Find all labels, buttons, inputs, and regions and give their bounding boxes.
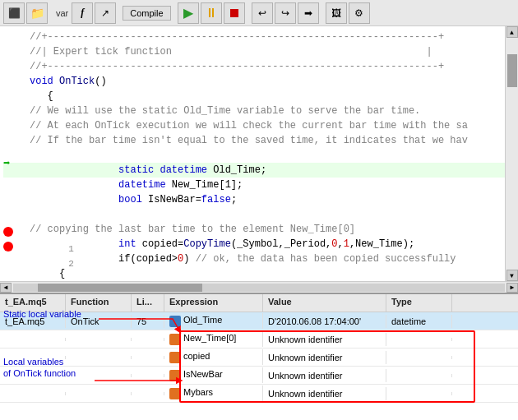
- code-line-bp2: 2 if(copied>0) // ok, the data has been …: [3, 252, 505, 266]
- watch-cell-type: datetime: [386, 315, 452, 328]
- var-label: var: [56, 8, 68, 18]
- watch-col-type: Type: [386, 294, 452, 312]
- line-code: // If the bar time isn't equal to the sa…: [26, 135, 505, 146]
- scroll-thumb[interactable]: [507, 54, 517, 87]
- watch-cell-val: Unknown identifier: [263, 351, 386, 364]
- watch-cell-file: [0, 392, 66, 395]
- watch-cell-func: [66, 338, 132, 341]
- run-button[interactable]: ▶: [178, 2, 199, 24]
- watch-cell-type: [386, 374, 452, 377]
- step-into-button[interactable]: ➡: [298, 2, 319, 24]
- compile-button[interactable]: Compile: [123, 6, 170, 21]
- toolbar-btn-var[interactable]: f: [72, 2, 93, 24]
- code-editor[interactable]: //+-------------------------------------…: [0, 26, 505, 281]
- code-line: // If the bar time isn't equal to the sa…: [3, 133, 505, 148]
- watch-cell-expr: Old_Time: [164, 313, 263, 328]
- settings-button[interactable]: ⚙: [349, 2, 370, 24]
- line-code: // We will use the static Old_Time varia…: [26, 105, 505, 117]
- line-code: //+-------------------------------------…: [26, 61, 505, 72]
- toolbar-btn-jump[interactable]: ↗: [95, 2, 116, 24]
- watch-cell-type: [386, 356, 452, 359]
- line-code: {: [26, 90, 505, 102]
- vertical-scrollbar[interactable]: ▲ ▼: [505, 26, 518, 281]
- code-line: // At each OnTick execution we will chec…: [3, 118, 505, 133]
- watch-col-line: Li...: [132, 294, 164, 312]
- line-code: void OnTick(): [26, 76, 505, 87]
- watch-cell-line: [132, 392, 164, 395]
- pause-button[interactable]: ⏸: [201, 2, 222, 24]
- watch-col-val: Value: [263, 294, 386, 312]
- toolbar-btn-new[interactable]: ⬛: [3, 2, 25, 24]
- watch-icon-blue: [169, 316, 181, 327]
- hscroll-thumb[interactable]: [38, 284, 202, 292]
- scroll-up-btn[interactable]: ▲: [506, 26, 518, 38]
- hscroll-track[interactable]: [13, 284, 505, 292]
- stop-button[interactable]: ⏹: [224, 2, 245, 24]
- line-code: [26, 209, 505, 220]
- watch-cell-line: [132, 356, 164, 359]
- scroll-down-btn[interactable]: ▼: [506, 270, 518, 281]
- toolbar-btn-open[interactable]: 📁: [26, 2, 48, 24]
- line-gutter: 2: [3, 239, 26, 279]
- code-line: // We will use the static Old_Time varia…: [3, 104, 505, 118]
- watch-cell-type: [386, 392, 452, 395]
- watch-cell-val: Unknown identifier: [263, 333, 386, 346]
- watch-icon-orange: [169, 370, 181, 381]
- watch-row[interactable]: IsNewBar Unknown identifier: [0, 367, 518, 385]
- code-line: //| Expert tick function |: [3, 44, 505, 59]
- code-line: //+-------------------------------------…: [3, 30, 505, 44]
- watch-icon-orange: [169, 352, 181, 363]
- scroll-right-btn[interactable]: ▶: [506, 283, 518, 293]
- scroll-left-btn[interactable]: ◀: [0, 283, 12, 293]
- line-code: // At each OnTick execution we will chec…: [26, 120, 505, 132]
- watch-rows: t_EA.mq5 OnTick 75 Old_Time D'2010.06.08…: [0, 312, 518, 403]
- step-back-button[interactable]: ↩: [252, 2, 273, 24]
- code-line: void OnTick(): [3, 74, 505, 89]
- watch-cell-expr: IsNewBar: [164, 367, 263, 382]
- watch-cell-file: [0, 338, 66, 341]
- annotation-local-text: Local variablesof OnTick function: [3, 357, 76, 378]
- watch-cell-line: [132, 338, 164, 341]
- watch-row[interactable]: Mybars Unknown identifier: [0, 385, 518, 403]
- watch-row[interactable]: copied Unknown identifier: [0, 348, 518, 367]
- main-container: ⬛ 📁 var f ↗ Compile ▶ ⏸ ⏹ ↩ ↪ ➡ 🖼 ⚙ //+-…: [0, 0, 518, 420]
- watch-cell-val: Unknown identifier: [263, 369, 386, 382]
- watch-cell-val: D'2010.06.08 17:04:00': [263, 315, 386, 328]
- code-content: //+-------------------------------------…: [0, 26, 505, 281]
- watch-cell-expr: New_Time[0]: [164, 331, 263, 346]
- horizontal-scrollbar[interactable]: ◀ ▶: [0, 281, 518, 293]
- watch-cell-val: Unknown identifier: [263, 387, 386, 400]
- watch-cell-expr: copied: [164, 349, 263, 364]
- screenshot-button[interactable]: 🖼: [326, 2, 347, 24]
- code-line: {: [3, 89, 505, 104]
- code-line: //+-------------------------------------…: [3, 59, 505, 74]
- scroll-track[interactable]: [507, 38, 517, 270]
- watch-cell-line: [132, 374, 164, 377]
- line-code: //| Expert tick function |: [26, 46, 505, 58]
- line-code: if(Old_Time!=New_Time[0]) // if old time…: [26, 271, 505, 281]
- watch-icon-orange: [169, 334, 181, 345]
- annotation-static-text: Static local variable: [3, 309, 81, 319]
- annotation-local: Local variablesof OnTick function: [3, 356, 76, 379]
- code-line: bool IsNewBar=false;: [3, 192, 505, 207]
- line-gutter: ➡: [3, 155, 26, 185]
- line-code: //+-------------------------------------…: [26, 31, 505, 43]
- watch-cell-type: [386, 338, 452, 341]
- watch-col-expr: Expression: [164, 294, 263, 312]
- step-fwd-button[interactable]: ↪: [275, 2, 296, 24]
- watch-cell-line: 75: [132, 315, 164, 328]
- watch-icon-orange: [169, 388, 181, 399]
- watch-container: t_EA.mq5 Function Li... Expression Value…: [0, 293, 518, 420]
- annotation-static: Static local variable: [3, 309, 81, 319]
- watch-cell-func: [66, 392, 132, 395]
- code-line: [3, 207, 505, 222]
- watch-row[interactable]: New_Time[0] Unknown identifier: [0, 330, 518, 348]
- watch-cell-expr: Mybars: [164, 385, 263, 400]
- toolbar: ⬛ 📁 var f ↗ Compile ▶ ⏸ ⏹ ↩ ↪ ➡ 🖼 ⚙: [0, 0, 518, 26]
